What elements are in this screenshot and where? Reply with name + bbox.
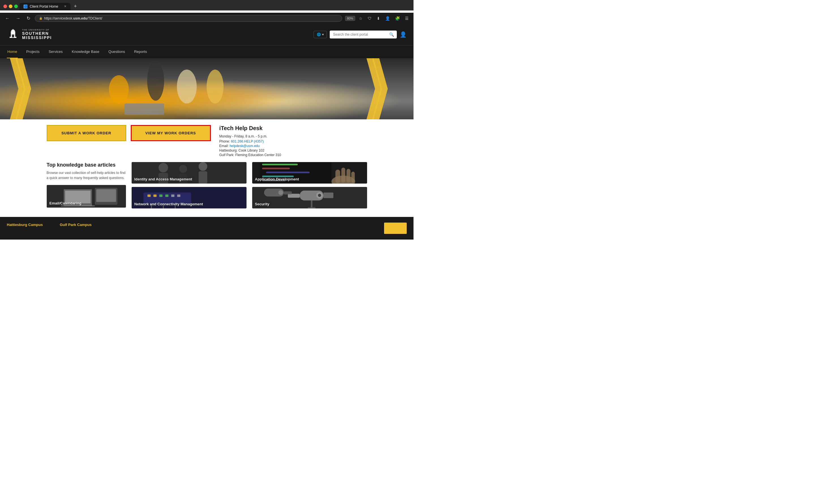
site-navigation: Home Projects Services Knowledge Base Qu…: [0, 45, 414, 58]
svg-marker-11: [372, 58, 388, 119]
reload-button[interactable]: ↻: [25, 14, 32, 22]
extensions-icon[interactable]: 🧩: [394, 15, 401, 21]
search-input[interactable]: [330, 31, 386, 38]
svg-rect-32: [147, 194, 151, 197]
site-logo[interactable]: THE UNIVERSITY OF SOUTHERNMISSISSIPPI: [7, 28, 52, 41]
nav-services[interactable]: Services: [48, 46, 63, 58]
minimize-window-button[interactable]: [9, 4, 12, 8]
network-tile[interactable]: Network and Connectivity Management: [132, 187, 246, 209]
browser-toolbar: ← → ↻ 🔒 https://servicedesk.usm.edu/TDCl…: [0, 13, 414, 24]
svg-point-62: [278, 190, 283, 195]
svg-rect-5: [12, 35, 14, 37]
header-search-area: 🌐 ▾ 🔍 👤: [313, 31, 407, 39]
email-calendaring-tile[interactable]: Email/Calendaring: [47, 185, 126, 208]
search-box: 🔍: [330, 31, 397, 39]
maximize-window-button[interactable]: [14, 4, 18, 8]
security-tile-label: Security: [255, 202, 270, 206]
helpdesk-location1: Hattiesburg: Cook Library 102: [220, 149, 281, 153]
lock-icon: 🔒: [39, 17, 42, 20]
svg-rect-45: [266, 172, 310, 173]
svg-rect-22: [96, 189, 116, 202]
svg-point-56: [318, 194, 321, 197]
language-selector[interactable]: 🌐 ▾: [313, 31, 327, 38]
url-text: https://servicedesk.usm.edu/TDClient/: [44, 16, 102, 20]
pocket-icon[interactable]: 🛡: [366, 15, 373, 21]
helpdesk-title: iTech Help Desk: [220, 125, 281, 131]
address-bar[interactable]: 🔒 https://servicedesk.usm.edu/TDClient/: [35, 15, 342, 22]
globe-icon: 🌐: [317, 33, 321, 37]
helpdesk-section: iTech Help Desk Monday - Friday, 8 a.m. …: [220, 125, 281, 158]
security-tile[interactable]: Security: [252, 187, 367, 209]
kb-description: Browse our vast collection of self-help …: [47, 170, 126, 180]
footer-hattiesburg: Hattiesburg Campus: [7, 223, 43, 234]
nav-home[interactable]: Home: [7, 46, 18, 58]
svg-rect-33: [153, 194, 156, 197]
svg-marker-9: [15, 58, 31, 119]
appdev-tile-label: Application Development: [255, 177, 299, 181]
svg-marker-8: [10, 58, 26, 119]
svg-rect-58: [324, 192, 333, 198]
svg-rect-59: [311, 201, 312, 209]
footer-gulfpark-title: Gulf Park Campus: [60, 223, 92, 227]
download-icon[interactable]: ⬇: [375, 15, 382, 21]
nav-knowledge-base[interactable]: Knowledge Base: [71, 46, 100, 58]
svg-rect-36: [171, 194, 174, 197]
new-tab-button[interactable]: +: [71, 2, 79, 10]
profile-icon[interactable]: 👤: [384, 15, 391, 21]
kb-content-row: Top knowledge base articles Browse our v…: [47, 162, 367, 209]
tab-close-button[interactable]: ✕: [64, 4, 66, 8]
svg-marker-10: [367, 58, 382, 119]
helpdesk-phone-link[interactable]: 601.266.HELP (4357): [231, 139, 264, 144]
active-tab[interactable]: 🔵 Client Portal Home ✕: [19, 3, 70, 10]
iam-tile[interactable]: Identity and Access Management: [132, 162, 246, 183]
tab-favicon: 🔵: [23, 4, 28, 8]
site-footer: Hattiesburg Campus Gulf Park Campus: [0, 217, 414, 239]
menu-icon[interactable]: ☰: [403, 15, 410, 21]
svg-rect-16: [125, 104, 164, 115]
svg-rect-29: [198, 171, 207, 183]
svg-point-12: [109, 75, 129, 104]
user-profile-icon[interactable]: 👤: [400, 31, 407, 38]
back-button[interactable]: ←: [3, 15, 11, 22]
svg-point-14: [177, 69, 197, 104]
svg-rect-44: [262, 168, 290, 169]
logo-text: THE UNIVERSITY OF SOUTHERNMISSISSIPPI: [22, 29, 52, 40]
search-button[interactable]: 🔍: [386, 31, 397, 39]
view-work-orders-button[interactable]: VIEW MY WORK ORDERS: [131, 125, 211, 141]
nav-reports[interactable]: Reports: [134, 46, 148, 58]
footer-gulfpark: Gulf Park Campus: [60, 223, 92, 234]
kb-title: Top knowledge base articles: [47, 162, 126, 168]
helpdesk-phone: Phone: 601.266.HELP (4357): [220, 139, 281, 144]
logo-icon: [7, 28, 19, 41]
logo-name: SOUTHERNMISSISSIPPI: [22, 32, 52, 40]
svg-rect-37: [177, 194, 180, 197]
helpdesk-location2: Gulf Park: Fleming Education Center 310: [220, 153, 281, 157]
footer-cta-button[interactable]: [384, 223, 407, 234]
zoom-level[interactable]: 80%: [345, 16, 355, 21]
browser-actions: 80% ☆ 🛡 ⬇ 👤 🧩 ☰: [345, 15, 410, 21]
submit-work-order-button[interactable]: SUBMIT A WORK ORDER: [47, 125, 126, 141]
helpdesk-email: Email: helpdesk@usm.edu: [220, 144, 281, 148]
svg-rect-60: [308, 207, 315, 209]
footer-hattiesburg-title: Hattiesburg Campus: [7, 223, 43, 227]
close-window-button[interactable]: [3, 4, 7, 8]
bookmark-icon[interactable]: ☆: [357, 15, 364, 21]
svg-rect-51: [346, 169, 350, 183]
network-tile-label: Network and Connectivity Management: [135, 202, 203, 206]
traffic-lights: 🔵 Client Portal Home ✕ +: [3, 2, 410, 10]
lang-arrow: ▾: [322, 33, 324, 37]
nav-projects[interactable]: Projects: [26, 46, 40, 58]
helpdesk-email-link[interactable]: helpdesk@usm.edu: [230, 144, 259, 148]
svg-rect-35: [165, 194, 168, 197]
right-tiles: Application Development: [252, 162, 367, 209]
site-header: THE UNIVERSITY OF SOUTHERNMISSISSIPPI 🌐 …: [0, 24, 414, 45]
svg-point-28: [198, 162, 207, 171]
nav-questions[interactable]: Questions: [108, 46, 126, 58]
svg-rect-34: [159, 194, 162, 197]
appdev-tile[interactable]: Application Development: [252, 162, 367, 183]
forward-button[interactable]: →: [14, 15, 22, 22]
mid-tiles: Identity and Access Management: [132, 162, 246, 209]
svg-rect-49: [335, 170, 340, 183]
tab-bar: 🔵 Client Portal Home ✕ +: [19, 2, 79, 10]
svg-rect-63: [284, 191, 292, 194]
